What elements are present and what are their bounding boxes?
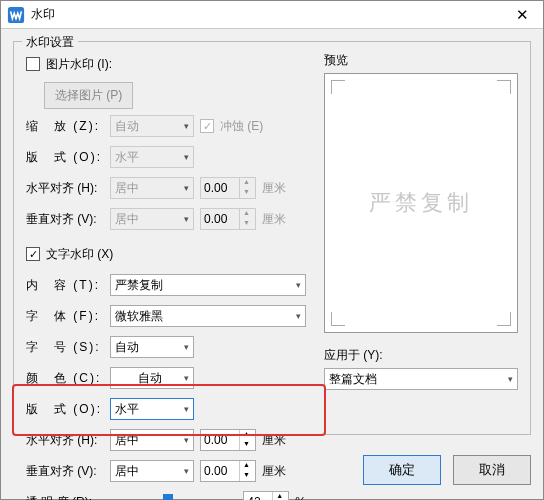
apply-select[interactable]: 整篇文档▾	[324, 368, 518, 390]
preview-watermark: 严禁复制	[369, 188, 473, 218]
settings-fieldset: 水印设置 图片水印 (I): 选择图片 (P) 缩 放 (Z): 自动▾ ✓	[13, 41, 531, 435]
close-button[interactable]: ✕	[508, 6, 537, 24]
zoom-label: 缩 放 (Z):	[26, 118, 104, 135]
txt-halign-label: 水平对齐 (H):	[26, 432, 104, 449]
font-select[interactable]: 微软雅黑▾	[110, 305, 306, 327]
choose-image-button[interactable]: 选择图片 (P)	[44, 82, 133, 109]
text-wm-label: 文字水印 (X)	[46, 246, 113, 263]
txt-halign-spin[interactable]: ▲▼	[200, 429, 256, 451]
fieldset-legend: 水印设置	[22, 34, 78, 51]
color-select[interactable]: 自动▾	[110, 367, 194, 389]
titlebar: 水印 ✕	[1, 1, 543, 29]
font-label: 字 体 (F):	[26, 308, 104, 325]
img-layout-label: 版 式 (O):	[26, 149, 104, 166]
opacity-spin[interactable]: ▲▼	[243, 491, 289, 500]
image-wm-checkbox[interactable]	[26, 57, 40, 71]
txt-valign-select[interactable]: 居中▾	[110, 460, 194, 482]
img-valign-spin[interactable]: ▲▼	[200, 208, 256, 230]
txt-valign-spin[interactable]: ▲▼	[200, 460, 256, 482]
preview-label: 预览	[324, 52, 518, 69]
zoom-select[interactable]: 自动▾	[110, 115, 194, 137]
txt-valign-label: 垂直对齐 (V):	[26, 463, 104, 480]
content-select[interactable]: 严禁复制▾	[110, 274, 306, 296]
img-layout-select[interactable]: 水平▾	[110, 146, 194, 168]
washout-label: 冲蚀 (E)	[220, 118, 263, 135]
preview-pane: 严禁复制	[324, 73, 518, 333]
color-label: 颜 色 (C):	[26, 370, 104, 387]
opacity-label: 透 明 度 (R):	[26, 494, 104, 501]
dialog-window: 水印 ✕ 水印设置 图片水印 (I): 选择图片 (P) 缩 放 (Z):	[0, 0, 544, 500]
img-halign-label: 水平对齐 (H):	[26, 180, 104, 197]
ok-button[interactable]: 确定	[363, 455, 441, 485]
content-label: 内 容 (T):	[26, 277, 104, 294]
text-wm-checkbox[interactable]: ✓	[26, 247, 40, 261]
txt-halign-select[interactable]: 居中▾	[110, 429, 194, 451]
washout-checkbox[interactable]: ✓	[200, 119, 214, 133]
img-halign-spin[interactable]: ▲▼	[200, 177, 256, 199]
img-halign-select[interactable]: 居中▾	[110, 177, 194, 199]
image-wm-label: 图片水印 (I):	[46, 56, 112, 73]
img-valign-label: 垂直对齐 (V):	[26, 211, 104, 228]
size-label: 字 号 (S):	[26, 339, 104, 356]
txt-layout-select[interactable]: 水平▾	[110, 398, 194, 420]
img-valign-select[interactable]: 居中▾	[110, 208, 194, 230]
cancel-button[interactable]: 取消	[453, 455, 531, 485]
window-title: 水印	[31, 6, 508, 23]
opacity-slider[interactable]	[110, 492, 237, 500]
apply-label: 应用于 (Y):	[324, 347, 383, 364]
txt-layout-label: 版 式 (O):	[26, 401, 104, 418]
size-select[interactable]: 自动▾	[110, 336, 194, 358]
app-icon	[7, 6, 25, 24]
